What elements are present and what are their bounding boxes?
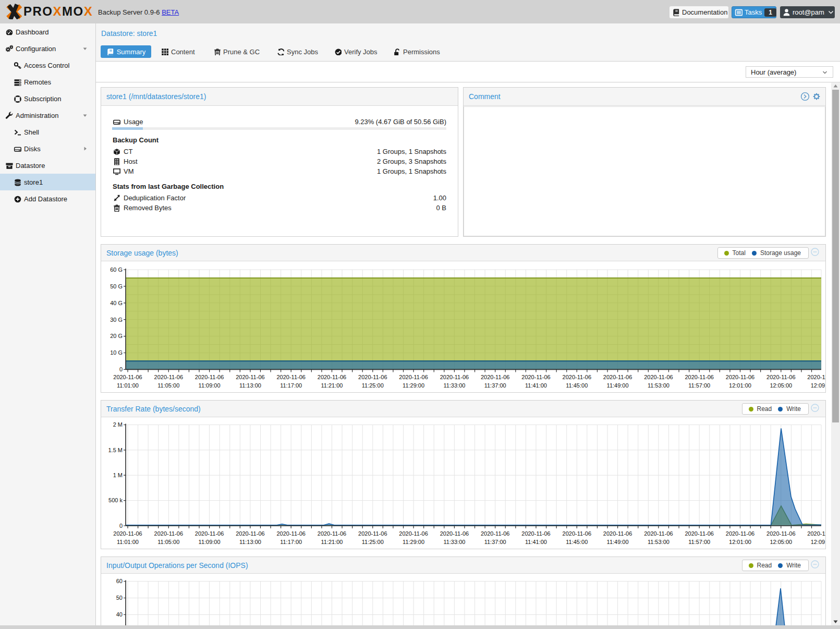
svg-text:2020-11-06: 2020-11-06 — [113, 374, 142, 380]
svg-text:0: 0 — [119, 366, 123, 372]
svg-text:2020-11-06: 2020-11-06 — [726, 530, 754, 537]
svg-text:500 k: 500 k — [108, 497, 123, 503]
svg-text:11:25:00: 11:25:00 — [362, 539, 384, 545]
svg-text:11:45:00: 11:45:00 — [566, 382, 588, 389]
svg-text:2020-11-06: 2020-11-06 — [603, 530, 632, 537]
svg-text:2020-11-06: 2020-11-06 — [358, 374, 387, 380]
svg-text:11:45:00: 11:45:00 — [566, 539, 588, 545]
svg-text:2020-11-06: 2020-11-06 — [154, 530, 183, 537]
svg-text:11:37:00: 11:37:00 — [484, 382, 506, 389]
svg-text:11:09:00: 11:09:00 — [199, 539, 221, 545]
svg-text:1 M: 1 M — [113, 472, 123, 478]
svg-text:2020-11-06: 2020-11-06 — [726, 374, 754, 380]
svg-text:11:41:00: 11:41:00 — [525, 382, 547, 389]
svg-text:11:29:00: 11:29:00 — [403, 539, 424, 545]
svg-text:2020-11-06: 2020-11-06 — [644, 374, 673, 380]
svg-text:2020-11-06: 2020-11-06 — [154, 374, 183, 380]
svg-text:2020-11-06: 2020-11-06 — [358, 530, 387, 537]
svg-text:11:05:00: 11:05:00 — [157, 382, 179, 389]
svg-text:11:13:00: 11:13:00 — [239, 539, 261, 545]
svg-text:11:13:00: 11:13:00 — [239, 382, 261, 389]
svg-text:60 G: 60 G — [110, 267, 123, 273]
svg-text:2020-11-06: 2020-11-06 — [685, 530, 713, 537]
svg-text:2020-11-06: 2020-11-06 — [766, 530, 795, 537]
svg-text:11:57:00: 11:57:00 — [688, 382, 710, 389]
svg-text:2020-11-06: 2020-11-06 — [399, 530, 428, 537]
svg-text:2020-11-06: 2020-11-06 — [603, 374, 632, 380]
svg-text:11:17:00: 11:17:00 — [280, 382, 302, 389]
svg-text:11:49:00: 11:49:00 — [607, 539, 629, 545]
svg-text:60: 60 — [116, 578, 123, 584]
svg-text:2020-11-06: 2020-11-06 — [521, 374, 550, 380]
svg-text:12:09:00: 12:09:00 — [811, 539, 825, 545]
svg-text:12:05:00: 12:05:00 — [770, 382, 792, 389]
svg-text:12:01:00: 12:01:00 — [729, 382, 751, 389]
svg-text:1.5 M: 1.5 M — [108, 447, 123, 453]
svg-text:12:01:00: 12:01:00 — [729, 539, 751, 545]
svg-text:2020-11-06: 2020-11-06 — [563, 374, 591, 380]
svg-text:11:33:00: 11:33:00 — [443, 539, 465, 545]
svg-text:11:05:00: 11:05:00 — [157, 539, 179, 545]
svg-text:40: 40 — [116, 611, 123, 618]
svg-text:2020-11-06: 2020-11-06 — [481, 530, 509, 537]
svg-text:11:57:00: 11:57:00 — [688, 539, 710, 545]
svg-text:11:17:00: 11:17:00 — [280, 539, 302, 545]
svg-text:11:53:00: 11:53:00 — [648, 382, 669, 389]
svg-text:2020-11-06: 2020-11-06 — [399, 374, 428, 380]
svg-text:50: 50 — [116, 595, 123, 601]
svg-text:2020-11-06: 2020-11-06 — [644, 530, 673, 537]
svg-text:11:21:00: 11:21:00 — [321, 539, 343, 545]
svg-text:2020-11-06: 2020-11-06 — [563, 530, 591, 537]
svg-text:2020-11-06: 2020-11-06 — [195, 530, 224, 537]
svg-text:2020-11-06: 2020-11-06 — [113, 530, 142, 537]
svg-text:2020-11-06: 2020-11-06 — [521, 530, 550, 537]
svg-text:12:09:00: 12:09:00 — [811, 382, 825, 389]
svg-text:11:53:00: 11:53:00 — [648, 539, 669, 545]
svg-text:2020-11-06: 2020-11-06 — [318, 530, 346, 537]
svg-text:30 G: 30 G — [110, 317, 123, 323]
svg-text:12:05:00: 12:05:00 — [770, 539, 792, 545]
svg-text:2020-11-06: 2020-11-06 — [236, 374, 264, 380]
svg-text:20 G: 20 G — [110, 333, 123, 339]
svg-text:11:41:00: 11:41:00 — [525, 539, 547, 545]
svg-text:0: 0 — [119, 523, 123, 529]
svg-text:11:33:00: 11:33:00 — [443, 382, 465, 389]
svg-text:2020-11-06: 2020-11-06 — [276, 374, 305, 380]
svg-text:2020-11-06: 2020-11-06 — [481, 374, 509, 380]
svg-text:2020-11-06: 2020-11-06 — [276, 530, 305, 537]
svg-text:10 G: 10 G — [110, 349, 123, 356]
svg-text:2020-11-06: 2020-11-06 — [440, 374, 469, 380]
svg-text:11:01:00: 11:01:00 — [117, 539, 139, 545]
svg-text:2020-11-06: 2020-11-06 — [440, 530, 469, 537]
svg-text:2020-11-06: 2020-11-06 — [685, 374, 713, 380]
svg-text:11:49:00: 11:49:00 — [607, 382, 629, 389]
svg-text:2020-11-06: 2020-11-06 — [766, 374, 795, 380]
svg-text:11:29:00: 11:29:00 — [403, 382, 424, 389]
svg-text:2020-11-06: 2020-11-06 — [318, 374, 346, 380]
svg-text:11:21:00: 11:21:00 — [321, 382, 343, 389]
svg-text:2 M: 2 M — [113, 421, 123, 428]
svg-text:11:01:00: 11:01:00 — [117, 382, 139, 389]
svg-text:2020-11-06: 2020-11-06 — [807, 374, 825, 380]
svg-text:40 G: 40 G — [110, 300, 123, 306]
svg-text:2020-11-06: 2020-11-06 — [195, 374, 224, 380]
svg-text:2020-11-06: 2020-11-06 — [807, 530, 825, 537]
svg-text:11:25:00: 11:25:00 — [362, 382, 384, 389]
svg-text:11:09:00: 11:09:00 — [199, 382, 221, 389]
svg-text:11:37:00: 11:37:00 — [484, 539, 506, 545]
svg-text:2020-11-06: 2020-11-06 — [236, 530, 264, 537]
svg-text:50 G: 50 G — [110, 283, 123, 289]
